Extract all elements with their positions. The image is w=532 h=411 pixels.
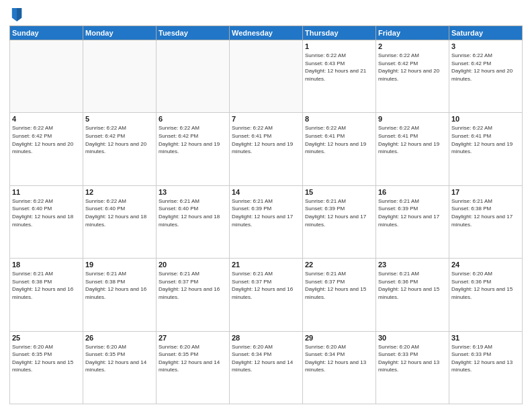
day-number: 26 <box>85 334 154 342</box>
week-row-1: 4Sunrise: 6:22 AMSunset: 6:42 PMDaylight… <box>10 113 523 185</box>
logo-icon <box>11 7 23 21</box>
day-number: 28 <box>232 334 300 342</box>
day-info: Sunrise: 6:20 AMSunset: 6:36 PMDaylight:… <box>451 270 520 301</box>
day-number: 18 <box>12 261 81 269</box>
page: SundayMondayTuesdayWednesdayThursdayFrid… <box>0 0 532 411</box>
calendar-cell: 3Sunrise: 6:22 AMSunset: 6:42 PMDaylight… <box>449 40 523 113</box>
calendar-cell: 4Sunrise: 6:22 AMSunset: 6:42 PMDaylight… <box>10 113 83 185</box>
calendar-cell: 10Sunrise: 6:22 AMSunset: 6:41 PMDayligh… <box>449 113 523 185</box>
day-number: 21 <box>232 261 300 269</box>
weekday-header-saturday: Saturday <box>449 26 523 40</box>
header <box>9 7 523 21</box>
calendar-cell: 19Sunrise: 6:21 AMSunset: 6:38 PMDayligh… <box>83 259 157 331</box>
day-info: Sunrise: 6:20 AMSunset: 6:35 PMDaylight:… <box>85 343 154 374</box>
weekday-header-thursday: Thursday <box>303 26 376 40</box>
calendar-cell: 17Sunrise: 6:21 AMSunset: 6:38 PMDayligh… <box>449 185 523 258</box>
calendar-cell: 9Sunrise: 6:22 AMSunset: 6:41 PMDaylight… <box>376 113 449 185</box>
day-info: Sunrise: 6:22 AMSunset: 6:42 PMDaylight:… <box>85 124 154 155</box>
day-info: Sunrise: 6:20 AMSunset: 6:34 PMDaylight:… <box>232 343 300 374</box>
calendar-cell: 11Sunrise: 6:22 AMSunset: 6:40 PMDayligh… <box>10 185 83 258</box>
day-info: Sunrise: 6:21 AMSunset: 6:36 PMDaylight:… <box>378 270 447 301</box>
weekday-header-row: SundayMondayTuesdayWednesdayThursdayFrid… <box>10 26 523 40</box>
week-row-2: 11Sunrise: 6:22 AMSunset: 6:40 PMDayligh… <box>10 185 523 258</box>
day-info: Sunrise: 6:22 AMSunset: 6:41 PMDaylight:… <box>232 124 300 155</box>
day-info: Sunrise: 6:22 AMSunset: 6:40 PMDaylight:… <box>12 197 81 228</box>
day-info: Sunrise: 6:22 AMSunset: 6:42 PMDaylight:… <box>12 124 81 155</box>
calendar-cell: 5Sunrise: 6:22 AMSunset: 6:42 PMDaylight… <box>83 113 157 185</box>
day-number: 10 <box>451 115 520 123</box>
day-number: 20 <box>159 261 227 269</box>
calendar-cell <box>83 40 157 113</box>
weekday-header-tuesday: Tuesday <box>157 26 230 40</box>
day-number: 17 <box>451 188 520 196</box>
day-info: Sunrise: 6:21 AMSunset: 6:38 PMDaylight:… <box>12 270 81 301</box>
day-number: 25 <box>12 334 81 342</box>
day-info: Sunrise: 6:22 AMSunset: 6:40 PMDaylight:… <box>85 197 154 228</box>
calendar-cell: 14Sunrise: 6:21 AMSunset: 6:39 PMDayligh… <box>230 185 303 258</box>
weekday-header-friday: Friday <box>376 26 449 40</box>
day-number: 4 <box>12 115 81 123</box>
calendar-cell: 23Sunrise: 6:21 AMSunset: 6:36 PMDayligh… <box>376 259 449 331</box>
calendar-cell: 8Sunrise: 6:22 AMSunset: 6:41 PMDaylight… <box>303 113 376 185</box>
calendar-cell: 13Sunrise: 6:21 AMSunset: 6:40 PMDayligh… <box>157 185 230 258</box>
day-number: 29 <box>305 334 373 342</box>
day-info: Sunrise: 6:21 AMSunset: 6:40 PMDaylight:… <box>159 197 227 228</box>
calendar-cell: 22Sunrise: 6:21 AMSunset: 6:37 PMDayligh… <box>303 259 376 331</box>
day-info: Sunrise: 6:20 AMSunset: 6:33 PMDaylight:… <box>378 343 447 374</box>
calendar-cell: 1Sunrise: 6:22 AMSunset: 6:43 PMDaylight… <box>303 40 376 113</box>
day-number: 27 <box>159 334 227 342</box>
day-info: Sunrise: 6:21 AMSunset: 6:39 PMDaylight:… <box>232 197 300 228</box>
calendar-cell <box>10 40 83 113</box>
day-number: 5 <box>85 115 154 123</box>
weekday-header-sunday: Sunday <box>10 26 83 40</box>
day-info: Sunrise: 6:22 AMSunset: 6:43 PMDaylight:… <box>305 52 373 83</box>
day-info: Sunrise: 6:21 AMSunset: 6:37 PMDaylight:… <box>232 270 300 301</box>
day-info: Sunrise: 6:21 AMSunset: 6:38 PMDaylight:… <box>85 270 154 301</box>
calendar-cell: 30Sunrise: 6:20 AMSunset: 6:33 PMDayligh… <box>376 331 449 404</box>
calendar-cell: 25Sunrise: 6:20 AMSunset: 6:35 PMDayligh… <box>10 331 83 404</box>
day-info: Sunrise: 6:21 AMSunset: 6:37 PMDaylight:… <box>159 270 227 301</box>
calendar-cell: 29Sunrise: 6:20 AMSunset: 6:34 PMDayligh… <box>303 331 376 404</box>
calendar-cell: 21Sunrise: 6:21 AMSunset: 6:37 PMDayligh… <box>230 259 303 331</box>
day-info: Sunrise: 6:21 AMSunset: 6:39 PMDaylight:… <box>378 197 447 228</box>
day-info: Sunrise: 6:22 AMSunset: 6:42 PMDaylight:… <box>159 124 227 155</box>
calendar-cell <box>157 40 230 113</box>
day-info: Sunrise: 6:21 AMSunset: 6:39 PMDaylight:… <box>305 197 373 228</box>
day-info: Sunrise: 6:20 AMSunset: 6:35 PMDaylight:… <box>159 343 227 374</box>
week-row-0: 1Sunrise: 6:22 AMSunset: 6:43 PMDaylight… <box>10 40 523 113</box>
calendar-cell: 26Sunrise: 6:20 AMSunset: 6:35 PMDayligh… <box>83 331 157 404</box>
day-number: 23 <box>378 261 447 269</box>
calendar-cell: 20Sunrise: 6:21 AMSunset: 6:37 PMDayligh… <box>157 259 230 331</box>
day-number: 31 <box>451 334 520 342</box>
day-number: 12 <box>85 188 154 196</box>
day-number: 30 <box>378 334 447 342</box>
calendar-cell <box>230 40 303 113</box>
calendar-cell: 31Sunrise: 6:19 AMSunset: 6:33 PMDayligh… <box>449 331 523 404</box>
day-number: 8 <box>305 115 373 123</box>
day-number: 16 <box>378 188 447 196</box>
day-number: 3 <box>451 42 520 50</box>
calendar-cell: 6Sunrise: 6:22 AMSunset: 6:42 PMDaylight… <box>157 113 230 185</box>
day-info: Sunrise: 6:20 AMSunset: 6:34 PMDaylight:… <box>305 343 373 374</box>
logo <box>9 7 24 21</box>
calendar: SundayMondayTuesdayWednesdayThursdayFrid… <box>9 26 523 404</box>
day-number: 11 <box>12 188 81 196</box>
svg-marker-1 <box>17 8 21 21</box>
day-number: 6 <box>159 115 227 123</box>
calendar-cell: 27Sunrise: 6:20 AMSunset: 6:35 PMDayligh… <box>157 331 230 404</box>
day-info: Sunrise: 6:20 AMSunset: 6:35 PMDaylight:… <box>12 343 81 374</box>
day-number: 1 <box>305 42 373 50</box>
week-row-4: 25Sunrise: 6:20 AMSunset: 6:35 PMDayligh… <box>10 331 523 404</box>
day-info: Sunrise: 6:22 AMSunset: 6:42 PMDaylight:… <box>378 52 447 83</box>
day-number: 15 <box>305 188 373 196</box>
calendar-cell: 15Sunrise: 6:21 AMSunset: 6:39 PMDayligh… <box>303 185 376 258</box>
day-info: Sunrise: 6:22 AMSunset: 6:41 PMDaylight:… <box>305 124 373 155</box>
day-number: 22 <box>305 261 373 269</box>
calendar-cell: 16Sunrise: 6:21 AMSunset: 6:39 PMDayligh… <box>376 185 449 258</box>
day-info: Sunrise: 6:22 AMSunset: 6:41 PMDaylight:… <box>378 124 447 155</box>
day-number: 13 <box>159 188 227 196</box>
calendar-cell: 7Sunrise: 6:22 AMSunset: 6:41 PMDaylight… <box>230 113 303 185</box>
day-number: 14 <box>232 188 300 196</box>
day-info: Sunrise: 6:21 AMSunset: 6:38 PMDaylight:… <box>451 197 520 228</box>
calendar-cell: 12Sunrise: 6:22 AMSunset: 6:40 PMDayligh… <box>83 185 157 258</box>
